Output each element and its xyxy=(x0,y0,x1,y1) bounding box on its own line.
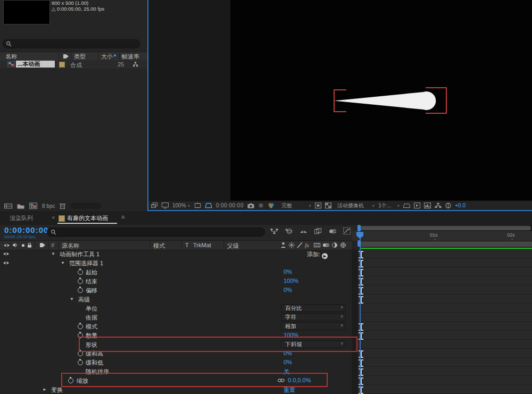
row-label[interactable]: 偏移 xyxy=(86,287,97,295)
shy-switch-icon[interactable] xyxy=(280,242,286,248)
label-color-swatch[interactable] xyxy=(59,62,65,68)
property-value[interactable]: 100% xyxy=(284,278,298,284)
track-cell[interactable] xyxy=(358,267,532,276)
property-value[interactable]: 0% xyxy=(284,269,292,275)
twirl-icon[interactable]: ▼ xyxy=(51,252,55,256)
tab-render-queue[interactable]: 渲染队列 xyxy=(10,214,33,222)
eye-icon[interactable] xyxy=(3,243,10,248)
row-units[interactable]: 单位 百分比∨ xyxy=(0,304,532,313)
always-preview-icon[interactable] xyxy=(151,203,158,208)
monitor-icon[interactable] xyxy=(162,203,169,208)
viewer-timecode[interactable]: 0:00:00:00 xyxy=(216,203,244,208)
twirl-icon[interactable]: ► xyxy=(43,387,47,392)
tag-icon[interactable] xyxy=(39,242,46,248)
collapse-switch-icon[interactable] xyxy=(288,242,295,248)
row-label[interactable]: 依据 xyxy=(86,314,97,322)
stopwatch-icon[interactable] xyxy=(78,360,83,365)
work-area-start-handle[interactable] xyxy=(358,240,361,247)
property-value[interactable]: 0% xyxy=(284,359,292,365)
reset-exposure-icon[interactable] xyxy=(445,203,451,208)
solo-icon[interactable] xyxy=(21,244,25,247)
stopwatch-icon[interactable] xyxy=(78,288,83,293)
track-cell[interactable] xyxy=(358,313,532,322)
timeline-search-input[interactable] xyxy=(47,228,265,237)
animated-text-shape[interactable] xyxy=(334,91,437,111)
flowchart-icon[interactable] xyxy=(435,203,442,208)
col-name[interactable]: 名称 xyxy=(5,53,17,61)
sort-asc-icon[interactable]: ▲ xyxy=(113,53,117,57)
col-t[interactable]: T xyxy=(185,242,189,248)
tag-icon[interactable] xyxy=(63,54,69,59)
view-layout-select[interactable]: 1个...∨ xyxy=(378,202,400,209)
twirl-icon[interactable]: ▼ xyxy=(61,261,65,265)
track-cell[interactable] xyxy=(358,322,532,331)
playhead-scroll-chip[interactable] xyxy=(358,225,361,231)
row-range-selector[interactable]: ▼ 范围选择器 1 xyxy=(0,258,532,267)
new-composition-icon[interactable] xyxy=(29,203,37,209)
pixel-aspect-icon[interactable] xyxy=(403,203,410,208)
effects-switch-icon[interactable]: fx xyxy=(305,242,312,248)
region-of-interest-icon[interactable] xyxy=(194,203,201,208)
trash-icon[interactable] xyxy=(60,203,65,209)
row-offset[interactable]: 偏移 0% xyxy=(0,286,532,295)
resolution-select[interactable]: 完整∨ xyxy=(281,202,311,209)
footage-icon[interactable] xyxy=(4,203,12,209)
channel-rgb-icon[interactable] xyxy=(268,203,275,208)
adjustment-layer-switch-icon[interactable] xyxy=(331,242,338,248)
new-folder-icon[interactable] xyxy=(17,203,24,209)
project-search-input[interactable] xyxy=(3,39,140,48)
show-snapshot-icon[interactable] xyxy=(258,203,264,208)
timeline-graph-icon[interactable] xyxy=(424,203,431,208)
row-ease-low[interactable]: 缓和低 0% xyxy=(0,358,532,367)
audio-icon[interactable] xyxy=(12,242,18,248)
property-value[interactable]: 0% xyxy=(284,287,292,293)
track-cell[interactable] xyxy=(358,295,532,304)
time-ruler[interactable]: 0s 01s 02s xyxy=(352,231,532,241)
row-based-on[interactable]: 依据 字符∨ xyxy=(0,313,532,322)
graph-editor-icon[interactable] xyxy=(343,228,351,234)
panel-menu-icon[interactable]: ≡ xyxy=(121,214,124,220)
col-framerate[interactable]: 帧速率 xyxy=(122,53,139,61)
units-dropdown[interactable]: 百分比∨ xyxy=(281,304,346,312)
motion-blur-switch-icon[interactable] xyxy=(322,242,329,248)
col-size[interactable]: 大小 xyxy=(101,53,113,61)
twirl-icon[interactable]: ▼ xyxy=(70,297,74,301)
row-label[interactable]: 结束 xyxy=(86,278,97,286)
lock-icon[interactable] xyxy=(27,242,32,248)
magnification-select[interactable]: 100%∨ xyxy=(172,203,190,208)
row-label[interactable]: 模式 xyxy=(86,323,97,331)
row-label[interactable]: 缓和低 xyxy=(86,359,103,367)
threed-switch-icon[interactable] xyxy=(340,242,346,248)
col-type[interactable]: 类型 xyxy=(74,53,86,61)
exposure-value[interactable]: +0.0 xyxy=(455,203,466,208)
track-cell[interactable] xyxy=(358,349,532,358)
based-on-dropdown[interactable]: 字符∨ xyxy=(281,313,346,321)
stopwatch-icon[interactable] xyxy=(78,279,83,284)
mask-visibility-icon[interactable] xyxy=(205,203,212,208)
motion-blur-icon[interactable] xyxy=(329,228,336,234)
track-cell[interactable] xyxy=(358,367,532,376)
track-cell[interactable] xyxy=(358,376,532,385)
col-parent[interactable]: 父级 xyxy=(227,242,239,250)
horizontal-scrollbar[interactable] xyxy=(358,225,532,231)
track-cell[interactable] xyxy=(358,331,532,340)
fast-previews-icon[interactable] xyxy=(414,203,420,208)
row-mode[interactable]: 模式 相加∨ xyxy=(0,322,532,331)
row-advanced[interactable]: ▼ 高级 xyxy=(0,295,532,304)
snapshot-camera-icon[interactable] xyxy=(247,203,254,208)
row-end[interactable]: 结束 100% xyxy=(0,276,532,286)
frame-blend-switch-icon[interactable] xyxy=(314,242,320,248)
mini-flowchart-icon[interactable] xyxy=(270,228,278,234)
track-cell[interactable] xyxy=(358,358,532,367)
reset-link[interactable]: 重置 xyxy=(284,386,295,394)
work-area-bar[interactable] xyxy=(358,241,532,247)
track-cell[interactable] xyxy=(358,276,532,286)
row-animator[interactable]: ▼ 动画制作工具 1 添加:▶ xyxy=(0,249,532,258)
row-label[interactable]: 单位 xyxy=(86,305,97,313)
eye-icon[interactable] xyxy=(3,261,10,265)
stopwatch-icon[interactable] xyxy=(78,324,83,329)
animator-add-control[interactable]: 添加:▶ xyxy=(307,250,328,259)
row-label[interactable]: 变换 xyxy=(51,386,63,394)
mode-dropdown[interactable]: 相加∨ xyxy=(281,322,346,330)
playhead-line[interactable] xyxy=(360,238,361,394)
